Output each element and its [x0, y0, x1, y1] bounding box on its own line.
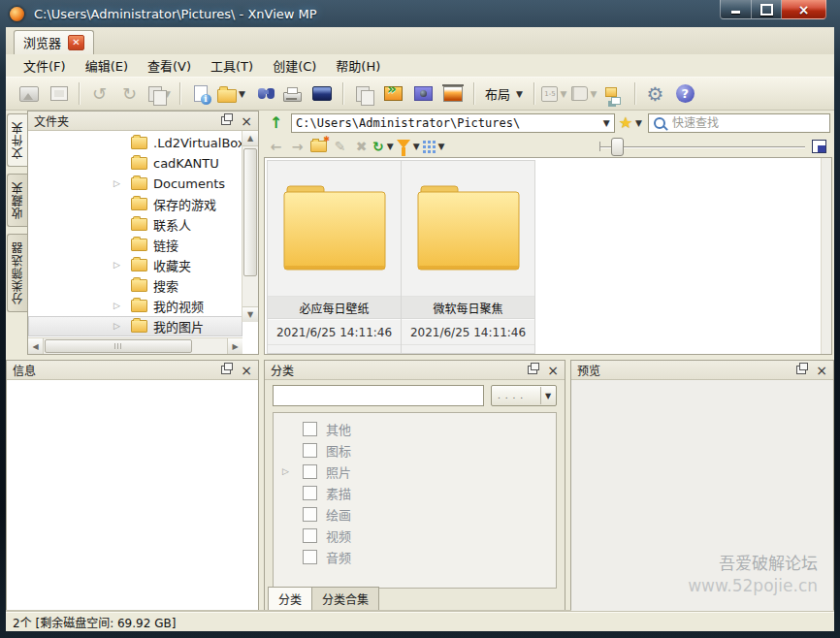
checkbox[interactable]	[303, 422, 317, 436]
sidebar-tab-folders[interactable]: 文件夹	[7, 113, 27, 167]
scan-button[interactable]	[307, 80, 338, 108]
close-panel-icon[interactable]: ×	[241, 366, 252, 375]
browser-scrollbar-track[interactable]	[821, 158, 831, 354]
scroll-down-icon[interactable]: ▼	[242, 306, 258, 322]
sidebar-tab-favorites[interactable]: 收藏夹	[7, 174, 27, 227]
properties-button[interactable]	[185, 80, 215, 108]
expand-arrow-icon[interactable]: ▷	[282, 466, 289, 476]
close-panel-icon[interactable]: ×	[816, 366, 827, 375]
sidebar-tab-category-filter[interactable]: 分类筛选器	[7, 234, 27, 312]
checkbox[interactable]	[303, 443, 317, 458]
scroll-left-icon[interactable]: ◀	[28, 338, 44, 354]
settings-button[interactable]: ⚙	[640, 80, 670, 108]
tree-vertical-scrollbar[interactable]: ▲ ▼	[242, 131, 258, 322]
path-input[interactable]	[296, 116, 601, 130]
float-panel-icon[interactable]	[528, 366, 537, 374]
category-item[interactable]: 视频	[274, 525, 556, 546]
filter-button[interactable]: ▼	[397, 137, 422, 156]
float-panel-icon[interactable]	[796, 366, 806, 374]
fullscreen-button[interactable]	[44, 80, 74, 108]
menu-view[interactable]: 查看(V)	[138, 54, 201, 77]
quick-search-input[interactable]	[670, 115, 824, 131]
back-button[interactable]: ←	[266, 137, 286, 156]
tree-item[interactable]: ▷我的视频	[28, 296, 242, 316]
float-panel-icon[interactable]	[221, 366, 231, 374]
path-combobox[interactable]: ▼	[291, 113, 615, 133]
tab-category-sets[interactable]: 分类合集	[311, 587, 379, 611]
tree-item[interactable]: ▷收藏夹	[28, 255, 242, 275]
thumbnail-size-slider[interactable]	[599, 137, 805, 156]
scroll-right-icon[interactable]: ▶	[227, 338, 242, 354]
scrollbar-thumb[interactable]	[243, 148, 257, 276]
rename-button[interactable]: ✎	[330, 137, 350, 156]
tab-close-icon[interactable]: ✕	[68, 35, 84, 50]
tree-item[interactable]: ▷Documents	[28, 174, 242, 194]
print-button[interactable]	[277, 80, 307, 108]
rotate-right-button[interactable]: ↻	[114, 80, 145, 108]
open-folder-button[interactable]: ▼	[215, 80, 247, 108]
sort-button[interactable]: 1-5▼	[539, 80, 569, 108]
view-mode-button[interactable]: ▼	[423, 137, 447, 156]
tree-item[interactable]: cadKANTU	[28, 153, 242, 174]
checkbox[interactable]	[303, 550, 317, 564]
folder-tree-button[interactable]	[599, 80, 630, 108]
scrollbar-thumb[interactable]	[45, 339, 192, 353]
tab-category[interactable]: 分类	[268, 587, 312, 611]
category-item[interactable]: 图标	[274, 439, 556, 461]
tree-horizontal-scrollbar[interactable]: ◀ ▶	[28, 337, 242, 354]
menu-edit[interactable]: 编辑(E)	[76, 54, 138, 77]
menu-tools[interactable]: 工具(T)	[201, 54, 263, 77]
close-button[interactable]: ×	[782, 0, 826, 19]
rotate-left-button[interactable]: ↺	[84, 80, 114, 108]
scroll-up-icon[interactable]: ▲	[242, 131, 258, 146]
close-panel-icon[interactable]: ×	[547, 366, 559, 375]
category-filter-input[interactable]	[273, 385, 484, 406]
tree-item[interactable]: .Ld2VirtualBox	[28, 133, 242, 153]
tab-browser[interactable]: 浏览器 ✕	[14, 30, 94, 54]
expand-arrow-icon[interactable]: ▷	[113, 301, 120, 310]
maximize-button[interactable]	[752, 0, 782, 19]
layout-button[interactable]: 布局 ▼	[479, 81, 529, 106]
checkbox[interactable]	[303, 464, 317, 479]
checkbox[interactable]	[303, 486, 317, 500]
expand-arrow-icon[interactable]: ▷	[113, 178, 120, 188]
float-panel-icon[interactable]	[221, 116, 231, 125]
tree-item-selected[interactable]: ▷我的图片	[28, 316, 242, 336]
category-item[interactable]: 音频	[274, 546, 556, 567]
thumbnail-display-button[interactable]	[810, 137, 830, 156]
category-item[interactable]: 其他	[274, 418, 556, 439]
refresh-button[interactable]: ↻▼	[372, 137, 396, 156]
expand-arrow-icon[interactable]: ▷	[113, 260, 120, 270]
tree-item[interactable]: 搜索	[28, 275, 242, 296]
file-browser-area[interactable]: 必应每日壁纸 2021/6/25 14:11:46 微软每日聚焦	[264, 157, 832, 355]
quick-search-box[interactable]	[648, 113, 830, 133]
folder-item[interactable]: 必应每日壁纸 2021/6/25 14:11:46	[267, 160, 402, 354]
tree-item[interactable]: 链接	[28, 235, 242, 255]
checkbox[interactable]	[303, 507, 317, 522]
forward-button[interactable]: →	[287, 137, 307, 156]
menu-file[interactable]: 文件(F)	[14, 54, 76, 77]
close-panel-icon[interactable]: ×	[241, 116, 252, 126]
category-item[interactable]: ▷照片	[274, 461, 556, 482]
view-image-button[interactable]	[14, 80, 44, 108]
expand-arrow-icon[interactable]: ▷	[113, 321, 120, 331]
slider-thumb[interactable]	[611, 138, 624, 156]
favorites-button[interactable]: ★▼	[620, 113, 643, 133]
search-button[interactable]	[247, 80, 277, 108]
slider-track[interactable]	[600, 146, 805, 147]
category-item[interactable]: 素描	[274, 482, 556, 503]
compare-button[interactable]	[348, 80, 378, 108]
batch-convert-button[interactable]	[378, 80, 408, 108]
category-item[interactable]: 绘画	[274, 503, 556, 525]
transform-button[interactable]: ▼	[145, 80, 175, 108]
bookmarks-button[interactable]: ▼	[569, 80, 599, 108]
capture-button[interactable]	[408, 80, 438, 108]
parent-folder-button[interactable]: ↑	[266, 113, 286, 133]
folder-item[interactable]: 微软每日聚焦 2021/6/25 14:11:46	[402, 160, 535, 354]
checkbox[interactable]	[303, 528, 317, 543]
slideshow-button[interactable]	[438, 80, 468, 108]
path-dropdown-icon[interactable]: ▼	[601, 118, 612, 128]
new-folder-button[interactable]	[308, 137, 329, 156]
menu-create[interactable]: 创建(C)	[263, 54, 326, 77]
delete-button[interactable]: ✖	[351, 137, 372, 156]
